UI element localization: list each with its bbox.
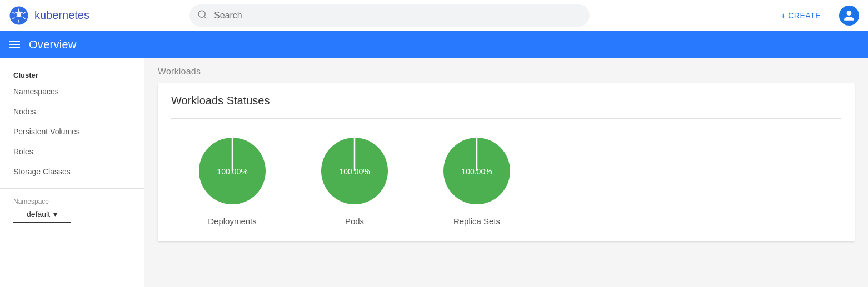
sidebar-item-namespaces[interactable]: Namespaces <box>0 82 144 102</box>
pie-deployments: 100.00% <box>193 132 271 210</box>
navbar-right: + CREATE <box>781 6 859 26</box>
sidebar-item-roles[interactable]: Roles <box>0 142 144 162</box>
search-bar <box>189 4 590 27</box>
svg-text:100.00%: 100.00% <box>339 167 370 176</box>
search-input[interactable] <box>189 4 590 27</box>
brand-name: kubernetes <box>34 9 89 22</box>
main-layout: Cluster Namespaces Nodes Persistent Volu… <box>0 58 868 287</box>
chart-label-deployments: Deployments <box>208 216 257 226</box>
namespace-select[interactable]: default ▾ <box>13 207 71 223</box>
charts-row: 100.00% Deployments 100.00% Pods <box>171 132 841 226</box>
namespace-label: Namespace <box>0 195 144 207</box>
search-icon <box>197 9 207 22</box>
sidebar-cluster-header: Cluster <box>0 67 144 82</box>
chart-label-pods: Pods <box>345 216 364 226</box>
create-button[interactable]: + CREATE <box>781 11 821 20</box>
svg-text:100.00%: 100.00% <box>461 167 492 176</box>
sidebar: Cluster Namespaces Nodes Persistent Volu… <box>0 58 144 287</box>
card-divider <box>171 118 841 119</box>
sidebar-divider <box>0 188 144 189</box>
svg-text:100.00%: 100.00% <box>217 167 247 176</box>
main-content: Workloads Workloads Statuses 100.00% Dep… <box>144 58 868 287</box>
page-title: Overview <box>29 38 77 51</box>
hamburger-line <box>9 44 20 45</box>
avatar[interactable] <box>839 6 859 26</box>
workloads-section-label: Workloads <box>144 58 868 83</box>
chart-pods: 100.00% Pods <box>316 132 393 226</box>
namespace-value: default <box>27 210 50 219</box>
svg-point-1 <box>17 14 21 17</box>
blue-bar: Overview <box>0 31 868 58</box>
pie-replica-sets: 100.00% <box>438 132 516 210</box>
hamburger-line <box>9 47 20 48</box>
pie-pods: 100.00% <box>316 132 393 210</box>
sidebar-item-persistent-volumes[interactable]: Persistent Volumes <box>0 122 144 142</box>
workloads-statuses-card: Workloads Statuses 100.00% Deployments <box>158 83 855 241</box>
brand: kubernetes <box>9 6 89 26</box>
card-title: Workloads Statuses <box>171 94 841 107</box>
sidebar-item-storage-classes[interactable]: Storage Classes <box>0 162 144 182</box>
svg-line-3 <box>204 16 206 18</box>
sidebar-item-nodes[interactable]: Nodes <box>0 102 144 122</box>
chevron-down-icon: ▾ <box>53 210 57 219</box>
chart-deployments: 100.00% Deployments <box>193 132 271 226</box>
kubernetes-logo-icon <box>9 6 29 26</box>
vertical-divider <box>830 9 830 22</box>
chart-label-replica-sets: Replica Sets <box>453 216 500 226</box>
chart-replica-sets: 100.00% Replica Sets <box>438 132 516 226</box>
menu-hamburger-button[interactable] <box>9 41 20 48</box>
hamburger-line <box>9 41 20 42</box>
navbar: kubernetes + CREATE <box>0 0 868 31</box>
